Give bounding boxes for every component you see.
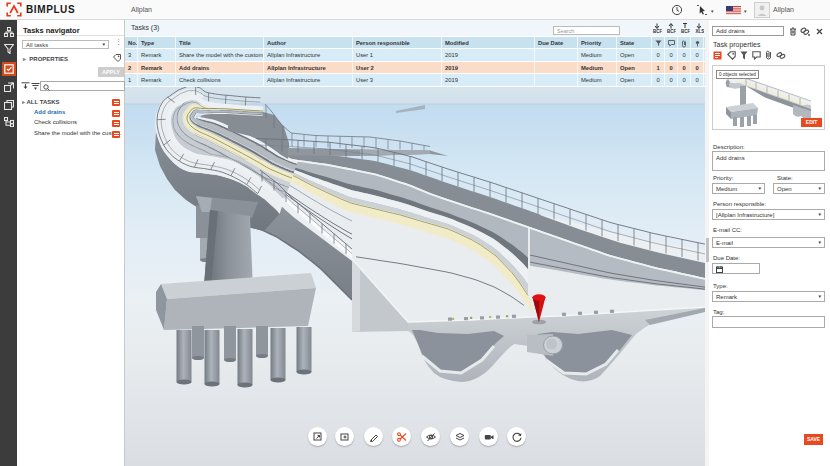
svg-text:BCF: BCF bbox=[681, 29, 690, 34]
svg-text:BCF: BCF bbox=[667, 29, 676, 34]
svg-text:XLS: XLS bbox=[696, 29, 705, 34]
svg-text:BCF: BCF bbox=[653, 29, 662, 34]
